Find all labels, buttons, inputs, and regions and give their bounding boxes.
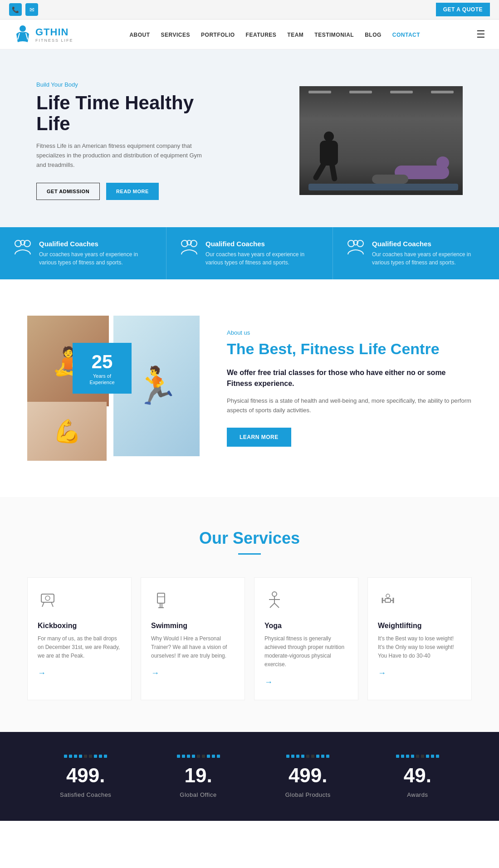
- stat-dots-2: [177, 755, 220, 758]
- stat-office: 19. Global Office: [177, 755, 220, 798]
- stat-awards-number: 49.: [404, 764, 431, 787]
- stat-awards: 49. Awards: [396, 755, 439, 798]
- brand-name: GTHIN: [35, 26, 68, 38]
- about-highlight: We offer free trial classes for those wh…: [227, 367, 472, 389]
- swimming-title: Swimming: [151, 622, 235, 630]
- logo: GTHIN FITNESS LIFE: [14, 24, 73, 44]
- hero-buttons: GET ADMISSION READ MORE: [36, 183, 209, 200]
- yoga-icon: [264, 590, 348, 614]
- stat-dots-4: [396, 755, 439, 758]
- about-description: Physical fitness is a state of health an…: [227, 396, 472, 415]
- weightlifting-desc: It's the Best way to lose weight! It's t…: [378, 634, 461, 661]
- hero-title: Life Time Healthy Life: [36, 93, 209, 134]
- about-images: 25 Years of Experience: [27, 316, 200, 461]
- stat-dots-3: [286, 755, 329, 758]
- logo-text: GTHIN FITNESS LIFE: [35, 26, 73, 43]
- svg-rect-14: [385, 599, 391, 602]
- hero-content: Build Your Body Life Time Healthy Life F…: [36, 81, 209, 200]
- feature-item-2: Qualified Coaches Our coaches have years…: [166, 227, 333, 279]
- years-badge: 25 Years of Experience: [73, 343, 132, 394]
- hero-description: Fitness Life is an American fitness equi…: [36, 141, 209, 170]
- svg-point-0: [20, 25, 26, 32]
- feature-icon-1: [14, 240, 32, 258]
- learn-more-button[interactable]: LEARN MORE: [227, 428, 291, 447]
- years-label: Years of Experience: [83, 373, 122, 386]
- service-card-yoga: Yoga Physical fitness is generally achie…: [254, 577, 358, 700]
- stat-products: 499. Global Products: [285, 755, 331, 798]
- hamburger-icon[interactable]: ☰: [476, 29, 485, 40]
- email-icon[interactable]: ✉: [25, 3, 38, 16]
- logo-icon: [14, 24, 32, 44]
- stat-dots-1: [64, 755, 107, 758]
- stat-products-label: Global Products: [285, 791, 331, 798]
- swimming-desc: Why Would I Hire a Personal Trainer? We …: [151, 634, 235, 661]
- services-section: Our Services Kickboxing For many of us, …: [0, 497, 499, 732]
- weightlifting-title: Weightlifting: [378, 622, 461, 630]
- get-quote-button[interactable]: GET A QUOTE: [436, 3, 490, 16]
- feature-desc-3: Our coaches have years of experience in …: [372, 250, 485, 267]
- hero-section: Build Your Body Life Time Healthy Life F…: [0, 49, 499, 227]
- nav-links: ABOUT SERVICES PORTFOLIO FEATURES TEAM T…: [129, 30, 420, 39]
- svg-rect-12: [157, 593, 165, 603]
- navbar: GTHIN FITNESS LIFE ABOUT SERVICES PORTFO…: [0, 20, 499, 49]
- nav-team[interactable]: TEAM: [287, 32, 303, 38]
- feature-title-2: Qualified Coaches: [205, 240, 319, 248]
- yoga-title: Yoga: [264, 622, 348, 630]
- brand-sub: FITNESS LIFE: [35, 38, 73, 43]
- svg-point-13: [272, 592, 277, 596]
- about-title-part1: The Best,: [227, 340, 300, 357]
- nav-testimonial[interactable]: TESTIMONIAL: [314, 32, 354, 38]
- nav-features[interactable]: FEATURES: [246, 32, 277, 38]
- feature-desc-1: Our coaches have years of experience in …: [39, 250, 152, 267]
- feature-item-3: Qualified Coaches Our coaches have years…: [333, 227, 499, 279]
- gym-scene: [299, 86, 463, 195]
- about-title: The Best, Fitness Life Centre: [227, 340, 472, 358]
- nav-services[interactable]: SERVICES: [161, 32, 190, 38]
- feature-icon-3: [347, 240, 365, 258]
- kickboxing-desc: For many of us, as the ball drops on Dec…: [38, 634, 121, 661]
- stat-awards-label: Awards: [407, 791, 428, 798]
- svg-rect-10: [41, 594, 54, 602]
- swimming-arrow[interactable]: →: [151, 668, 235, 678]
- service-card-swimming: Swimming Why Would I Hire a Personal Tra…: [141, 577, 245, 700]
- services-title-part1: Our: [199, 529, 233, 547]
- feature-desc-2: Our coaches have years of experience in …: [205, 250, 319, 267]
- top-bar-left: 📞 ✉: [9, 3, 38, 16]
- stat-office-number: 19.: [184, 764, 212, 787]
- get-admission-button[interactable]: GET ADMISSION: [36, 183, 100, 200]
- nav-about[interactable]: ABOUT: [129, 32, 150, 38]
- top-bar: 📞 ✉ GET A QUOTE: [0, 0, 499, 20]
- stats-section: 499. Satisfied Coaches 19. Global Office…: [0, 732, 499, 821]
- about-tag: About us: [227, 329, 472, 336]
- services-title-part2: Services: [233, 529, 300, 547]
- nav-blog[interactable]: BLOG: [365, 32, 382, 38]
- service-card-weightlifting: Weightlifting It's the Best way to lose …: [367, 577, 472, 700]
- service-card-kickboxing: Kickboxing For many of us, as the ball d…: [27, 577, 132, 700]
- nav-contact[interactable]: CONTACT: [392, 32, 420, 38]
- kickboxing-arrow[interactable]: →: [38, 668, 121, 678]
- services-grid: Kickboxing For many of us, as the ball d…: [27, 577, 472, 700]
- hero-tag: Build Your Body: [36, 81, 209, 88]
- stat-office-label: Global Office: [180, 791, 216, 798]
- weightlifting-icon: [378, 590, 461, 614]
- section-line: [238, 553, 261, 555]
- kickboxing-title: Kickboxing: [38, 622, 121, 630]
- stat-coaches-label: Satisfied Coaches: [60, 791, 111, 798]
- workout-image: [27, 402, 107, 461]
- features-banner: Qualified Coaches Our coaches have years…: [0, 227, 499, 279]
- read-more-button[interactable]: READ MORE: [106, 183, 159, 200]
- feature-title-3: Qualified Coaches: [372, 240, 485, 248]
- feature-text-1: Qualified Coaches Our coaches have years…: [39, 240, 152, 267]
- swimming-icon: [151, 590, 235, 614]
- yoga-desc: Physical fitness is generally achieved t…: [264, 634, 348, 669]
- nav-portfolio[interactable]: PORTFOLIO: [201, 32, 235, 38]
- feature-item-1: Qualified Coaches Our coaches have years…: [0, 227, 166, 279]
- yoga-arrow[interactable]: →: [264, 678, 348, 687]
- services-title: Our Services: [27, 529, 472, 548]
- phone-icon[interactable]: 📞: [9, 3, 22, 16]
- weightlifting-arrow[interactable]: →: [378, 668, 461, 678]
- stat-coaches: 499. Satisfied Coaches: [60, 755, 111, 798]
- svg-point-11: [45, 596, 50, 600]
- about-section: 25 Years of Experience About us The Best…: [0, 279, 499, 497]
- feature-icon-2: [180, 240, 198, 258]
